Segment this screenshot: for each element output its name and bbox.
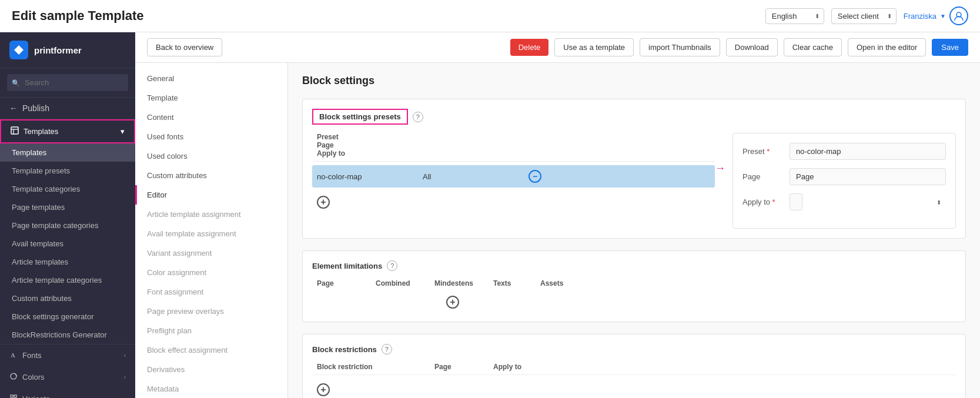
page-field-value: Page — [790, 168, 946, 185]
preset-row-name: no-color-map — [317, 172, 423, 181]
add-restriction-row: + — [312, 380, 956, 398]
sidebar-item-article-templates[interactable]: Article templates — [0, 253, 135, 271]
left-nav-page-preview-overlays[interactable]: Page preview overlays — [135, 302, 287, 321]
sidebar-item-block-settings-generator[interactable]: Block settings generator — [0, 307, 135, 326]
import-thumbnails-button[interactable]: import Thumbnails — [640, 38, 720, 56]
sidebar-item-variants[interactable]: Variants ‹ — [0, 388, 135, 398]
custom-attributes-label: Custom attributes — [12, 294, 72, 303]
language-select-wrapper[interactable]: English — [765, 8, 824, 24]
left-nav-used-fonts[interactable]: Used fonts — [135, 127, 287, 146]
block-restrictions-label: Block restrictions — [312, 345, 377, 354]
header-controls: English Select client Franziska ▼ — [765, 6, 968, 25]
svg-text:A: A — [11, 352, 15, 359]
sidebar: printformer ← Publish — [0, 32, 135, 398]
use-as-template-button[interactable]: Use as a template — [554, 38, 634, 56]
language-select[interactable]: English — [765, 8, 824, 24]
download-button[interactable]: Download — [726, 38, 778, 56]
left-nav-derivatives[interactable]: Derivatives — [135, 360, 287, 379]
restrictions-apply-to-col: Apply to — [493, 363, 564, 371]
add-restriction-button[interactable]: + — [317, 383, 330, 396]
left-nav-general[interactable]: General — [135, 69, 287, 88]
sidebar-item-fonts[interactable]: A Fonts ‹ — [0, 345, 135, 366]
fonts-label: Fonts — [22, 351, 42, 360]
page-col-header: Page — [317, 141, 710, 149]
left-nav-variant-assignment[interactable]: Variant assignment — [135, 243, 287, 263]
sidebar-item-templates[interactable]: Templates — [0, 143, 135, 162]
back-to-overview-button[interactable]: Back to overview — [147, 38, 222, 56]
restrictions-block-col: Block restriction — [317, 363, 434, 371]
user-area[interactable]: Franziska ▼ — [904, 6, 968, 25]
left-nav-template[interactable]: Template — [135, 88, 287, 108]
left-nav-metadata[interactable]: Metadata — [135, 379, 287, 398]
left-nav-content[interactable]: Content — [135, 108, 287, 127]
sidebar-item-page-templates[interactable]: Page templates — [0, 198, 135, 216]
block-settings-row: no-color-map All − — [312, 165, 715, 188]
client-select[interactable]: Select client — [831, 8, 897, 24]
search-wrapper — [7, 74, 128, 91]
sidebar-item-avail-templates[interactable]: Avail templates — [0, 235, 135, 253]
preset-field-value: no-color-map — [790, 143, 946, 160]
templates-section-header[interactable]: Templates ▾ — [0, 119, 135, 143]
open-editor-button[interactable]: Open in the editor — [848, 38, 926, 56]
block-settings-help-icon[interactable]: ? — [413, 112, 423, 122]
left-nav: General Template Content Used fonts Used… — [135, 63, 288, 398]
clear-cache-button[interactable]: Clear cache — [784, 38, 842, 56]
add-limitation-row: + — [312, 292, 956, 312]
article-template-categories-label: Article template categories — [12, 276, 102, 285]
sidebar-item-template-categories[interactable]: Template categories — [0, 180, 135, 198]
left-nav-article-template-assignment[interactable]: Article template assignment — [135, 205, 287, 224]
logo-icon — [9, 41, 28, 59]
left-nav-preflight-plan[interactable]: Preflight plan — [135, 321, 287, 340]
block-restrictions-help-icon[interactable]: ? — [382, 344, 392, 354]
sidebar-logo: printformer — [0, 32, 135, 68]
limitations-texts-col: Texts — [493, 279, 540, 287]
left-nav-font-assignment[interactable]: Font assignment — [135, 282, 287, 302]
sidebar-item-block-restrictions-generator[interactable]: BlockRestrictions Generator — [0, 326, 135, 344]
main-layout: printformer ← Publish — [0, 32, 980, 398]
sidebar-item-page-template-categories[interactable]: Page template categories — [0, 216, 135, 235]
sidebar-item-colors[interactable]: Colors ‹ — [0, 366, 135, 388]
left-nav-custom-attributes[interactable]: Custom attributes — [135, 166, 287, 185]
arrow-left-icon: ← — [9, 103, 18, 113]
client-select-wrapper[interactable]: Select client — [831, 8, 897, 24]
template-icon — [11, 126, 19, 136]
preset-right-panel: Preset * no-color-map Page Page Apply to… — [733, 133, 956, 229]
apply-to-select-wrapper[interactable] — [790, 193, 946, 210]
publish-label: Publish — [22, 103, 49, 113]
apply-to-select[interactable] — [790, 193, 802, 210]
sidebar-item-custom-attributes[interactable]: Custom attributes — [0, 289, 135, 307]
arrow-right-icon: → — [715, 162, 725, 175]
left-nav-avail-template-assignment[interactable]: Avail template assignment — [135, 224, 287, 243]
top-header: Edit sample Template English Select clie… — [0, 0, 980, 32]
left-nav-used-colors[interactable]: Used colors — [135, 146, 287, 166]
left-nav-block-effect-assignment[interactable]: Block effect assignment — [135, 340, 287, 360]
left-nav-color-assignment[interactable]: Color assignment — [135, 263, 287, 282]
left-nav-editor[interactable]: Editor — [135, 185, 287, 205]
block-settings-left: Preset Page Apply to no-color-map All − — [312, 133, 715, 212]
add-limitation-button[interactable]: + — [446, 296, 459, 309]
colors-icon — [9, 372, 18, 382]
apply-to-field-row: Apply to * — [742, 193, 946, 210]
chevron-down-icon: ▾ — [121, 127, 125, 136]
search-input[interactable] — [7, 74, 128, 91]
variants-icon — [9, 394, 18, 398]
block-settings-title: Block settings — [302, 75, 966, 87]
delete-button[interactable]: Delete — [510, 39, 549, 56]
svg-marker-1 — [14, 45, 24, 55]
block-settings-table-header: Preset Page Apply to — [312, 133, 715, 162]
block-settings-content: Preset Page Apply to no-color-map All − — [312, 133, 956, 229]
colors-chevron-icon: ‹ — [124, 374, 126, 380]
element-limitations-help-icon[interactable]: ? — [387, 260, 397, 271]
save-button[interactable]: Save — [932, 39, 968, 56]
block-settings-presets-header: Block settings presets ? — [312, 109, 956, 125]
restrictions-table-header: Block restriction Page Apply to — [312, 363, 956, 375]
sidebar-publish-item[interactable]: ← Publish — [0, 98, 135, 119]
svg-rect-2 — [11, 127, 18, 134]
content-area: General Template Content Used fonts Used… — [135, 63, 980, 398]
remove-preset-button[interactable]: − — [529, 170, 541, 183]
sidebar-item-template-presets[interactable]: Template presets — [0, 162, 135, 180]
templates-section: Templates ▾ Templates Template presets T… — [0, 119, 135, 345]
sidebar-item-article-template-categories[interactable]: Article template categories — [0, 271, 135, 289]
add-preset-button[interactable]: + — [317, 196, 330, 209]
sidebar-search-area — [0, 68, 135, 98]
